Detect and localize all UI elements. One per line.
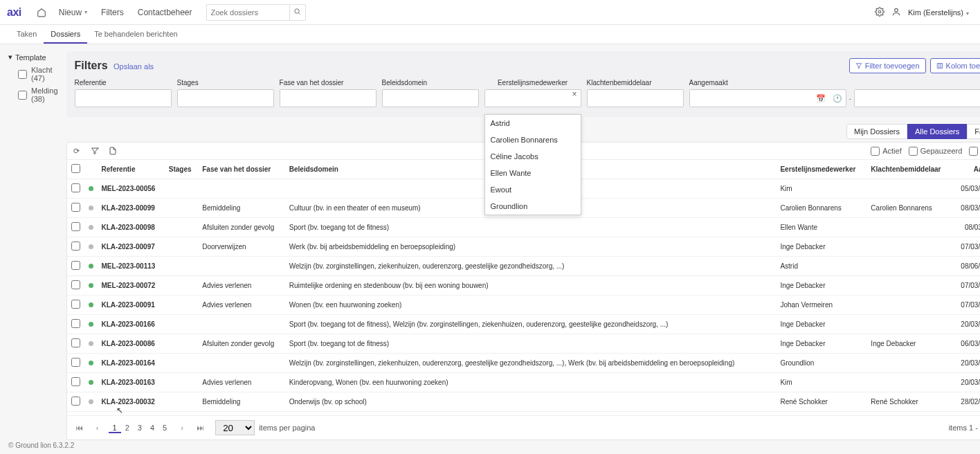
row-check[interactable]	[71, 319, 80, 328]
scope-mijn[interactable]: Mijn Dossiers	[846, 124, 907, 139]
col-eerstelijns[interactable]: Eerstelijnsmedewerker	[776, 160, 866, 179]
input-referentie[interactable]	[75, 89, 172, 107]
cell-aangemaakt: 08/03/2023 10:11	[952, 199, 980, 218]
cell-stages	[165, 334, 198, 354]
scope-fav[interactable]: Favorieten	[967, 124, 980, 139]
table-row[interactable]: MEL-2023-00113 Welzijn (bv. zorginstelli…	[67, 257, 980, 276]
svg-point-2	[895, 8, 898, 12]
table-row[interactable]: KLA-2023-00166 Sport (bv. toegang tot de…	[67, 315, 980, 334]
row-check[interactable]	[71, 397, 80, 406]
input-beleidsdomein[interactable]	[382, 89, 479, 107]
col-fase[interactable]: Fase van het dossier	[198, 160, 285, 179]
search-button[interactable]	[289, 4, 306, 21]
dropdown-option[interactable]: Ewout	[485, 181, 581, 198]
row-check[interactable]	[71, 261, 80, 270]
sidebar-item-klacht[interactable]: Klacht (47)	[18, 66, 58, 82]
row-check[interactable]	[71, 203, 80, 212]
tab-berichten[interactable]: Te behandelen berichten	[87, 25, 184, 44]
search-input[interactable]	[206, 4, 289, 21]
gear-icon[interactable]	[875, 7, 884, 18]
row-check[interactable]	[71, 358, 80, 367]
date-sep: -	[846, 94, 855, 102]
dropdown-option[interactable]: Ellen Wante	[485, 165, 581, 181]
table-row[interactable]: KLA-2023-00164 Welzijn (bv. zorginstelli…	[67, 354, 980, 373]
cell-klachten	[866, 296, 952, 315]
row-check[interactable]	[71, 377, 80, 386]
cell-stages	[165, 373, 198, 392]
input-eerstelijns[interactable]	[484, 89, 581, 107]
page-number[interactable]: 3	[134, 424, 146, 433]
page-number[interactable]: 5	[158, 424, 171, 433]
page-number[interactable]: 2	[121, 424, 134, 433]
last-page-icon[interactable]: ⏭	[193, 421, 207, 435]
dropdown-option[interactable]: Groundlion	[485, 198, 581, 215]
calendar-icon[interactable]: 📅	[977, 94, 980, 103]
filters-save-as[interactable]: Opslaan als	[114, 62, 154, 71]
nav-contactbeheer[interactable]: Contactbeheer	[131, 8, 199, 17]
user-name[interactable]: Kim (Eerstelijns)	[908, 8, 969, 17]
cell-klachten	[866, 315, 952, 334]
check-gepauzeerd[interactable]: Gepauzeerd	[909, 147, 963, 156]
row-check[interactable]	[71, 300, 80, 309]
export-icon[interactable]	[107, 145, 118, 156]
sidebar-item-melding[interactable]: Melding (38)	[18, 87, 58, 103]
page-number[interactable]: 1	[109, 424, 121, 433]
dropdown-option[interactable]: Astrid	[485, 115, 581, 131]
clear-icon[interactable]: ×	[572, 89, 577, 99]
select-all[interactable]	[71, 164, 80, 173]
row-check[interactable]	[71, 242, 80, 251]
col-aangemaakt[interactable]: Aangemaakt	[952, 160, 980, 179]
check-afgewerkt[interactable]: Afgewerkt	[969, 147, 980, 156]
sidebar-check-melding[interactable]	[18, 91, 27, 100]
first-page-icon[interactable]: ⏮	[73, 421, 87, 435]
cell-fase	[198, 315, 285, 334]
sidebar-template[interactable]: ▾ Template	[8, 53, 58, 62]
home-icon[interactable]	[31, 8, 52, 17]
row-check[interactable]	[71, 338, 80, 347]
col-referentie[interactable]: Referentie	[98, 160, 165, 179]
col-stages[interactable]: Stages	[165, 160, 198, 179]
cell-ref: KLA-2023-00166	[98, 315, 165, 334]
col-klachten[interactable]: Klachtenbemiddelaar	[866, 160, 952, 179]
input-klachten[interactable]	[587, 89, 684, 107]
table-row[interactable]: KLA-2023-00097 Doorverwijzen Werk (bv. b…	[67, 237, 980, 257]
input-date-from[interactable]	[690, 90, 813, 107]
page-number[interactable]: 4	[146, 424, 158, 433]
row-check[interactable]	[71, 183, 80, 192]
nav-filters[interactable]: Filters	[94, 8, 131, 17]
table-row[interactable]: KLA-2023-00163 Advies verlenen Kinderopv…	[67, 373, 980, 392]
page-size-select[interactable]: 20	[215, 420, 255, 435]
cell-aangemaakt: 06/03/2023 15:18	[952, 334, 980, 354]
add-column-button[interactable]: Kolom toevoegen	[930, 58, 980, 73]
add-filter-button[interactable]: Filter toevoegen	[849, 58, 926, 73]
dropdown-option[interactable]: Carolien Bonnarens	[485, 131, 581, 148]
sidebar-check-klacht[interactable]	[18, 70, 27, 79]
nav-nieuw[interactable]: Nieuw	[52, 8, 94, 17]
scope-alle[interactable]: Alle Dossiers	[907, 124, 967, 139]
table-row[interactable]: KLA-2023-00086 Afsluiten zonder gevolg S…	[67, 334, 980, 354]
input-date-to[interactable]	[855, 90, 977, 107]
clock-icon[interactable]: 🕐	[829, 94, 846, 103]
check-actief[interactable]: Actief	[871, 147, 902, 156]
cell-ref: KLA-2023-00099	[98, 199, 165, 218]
calendar-icon[interactable]: 📅	[813, 94, 829, 103]
refresh-icon[interactable]: ⟳	[71, 145, 82, 156]
dropdown-option[interactable]: Céline Jacobs	[485, 148, 581, 165]
table-row[interactable]: KLA-2023-00091 Advies verlenen Wonen (bv…	[67, 296, 980, 315]
user-icon[interactable]	[891, 7, 901, 18]
table-row[interactable]: KLA-2023-00098 Afsluiten zonder gevolg S…	[67, 218, 980, 237]
row-check[interactable]	[71, 222, 80, 231]
cell-klachten	[866, 179, 952, 199]
next-page-icon[interactable]: ›	[175, 421, 189, 435]
content: Filters Opslaan als Filter toevoegen Kol…	[66, 44, 980, 440]
input-fase[interactable]	[280, 89, 376, 107]
input-stages[interactable]	[177, 89, 274, 107]
cell-fase	[198, 257, 285, 276]
table-row[interactable]: KLA-2023-00032 Bemiddeling Onderwijs (bv…	[67, 392, 980, 412]
prev-page-icon[interactable]: ‹	[91, 421, 105, 435]
row-check[interactable]	[71, 280, 80, 289]
clear-filter-icon[interactable]	[89, 145, 100, 156]
table-row[interactable]: MEL-2023-00072 Advies verlenen Ruimtelij…	[67, 276, 980, 296]
tab-dossiers[interactable]: Dossiers	[44, 25, 87, 44]
tab-taken[interactable]: Taken	[10, 25, 44, 44]
